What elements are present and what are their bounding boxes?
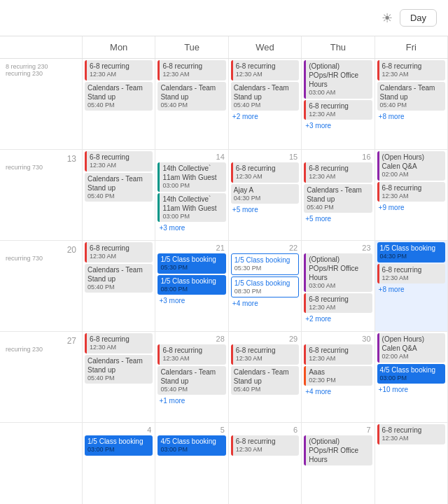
more-link[interactable]: +4 more [304, 387, 372, 396]
day-header-mon: Mon [83, 36, 155, 58]
event[interactable]: 4/5 Class booking03:00 PM [158, 435, 225, 456]
event[interactable]: Calendars - Team Stand up05:40 PM [158, 366, 225, 396]
more-link[interactable]: +8 more [377, 112, 445, 121]
day-header-tue: Tue [155, 36, 228, 58]
week-row: 27recurring 2306-8 recurring12:30 AMCale… [0, 332, 448, 423]
week-row: 20recurring 7306-8 recurring12:30 AMCale… [0, 241, 448, 332]
event[interactable]: Calendars - Team Stand up05:40 PM [85, 264, 153, 293]
day-cell: 6-8 recurring12:30 AM [375, 423, 448, 504]
week-number: 13recurring 730 [0, 150, 83, 240]
event[interactable]: 6-8 recurring12:30 AM [231, 60, 299, 80]
day-cell: 41/5 Class booking03:00 PM [83, 423, 155, 504]
date-number: 6 [231, 424, 299, 435]
day-cell: 296-8 recurring12:30 AMCalendars - Team … [229, 332, 302, 422]
event[interactable]: Calendars - Team Stand up05:40 PM [231, 82, 299, 111]
event[interactable]: 6-8 recurring12:30 AM [304, 162, 372, 183]
event[interactable]: (Optional) POps/HR Office Hours03:00 AM [304, 253, 372, 292]
event[interactable]: 6-8 recurring12:30 AM [85, 242, 153, 262]
day-cell: (Open Hours) Calen Q&A02:00 AM6-8 recurr… [375, 150, 448, 240]
sun-icon: ☀ [382, 10, 393, 26]
day-cell: 6-8 recurring12:30 AMCalendars - Team St… [375, 59, 448, 149]
event[interactable]: 1/5 Class booking03:00 PM [85, 435, 153, 456]
event[interactable]: Calendars - Team Stand up05:40 PM [377, 82, 445, 111]
event[interactable]: 6-8 recurring12:30 AM [377, 264, 445, 284]
event[interactable]: 6-8 recurring12:30 AM [158, 60, 225, 80]
date-number: 4 [85, 424, 153, 435]
more-link[interactable]: +3 more [158, 223, 225, 232]
day-cell: 306-8 recurring12:30 AMAaas02:30 PM+4 mo… [302, 332, 374, 422]
event[interactable]: 1/5 Class booking05:30 PM [231, 253, 299, 275]
event[interactable]: 6-8 recurring12:30 AM [85, 151, 153, 172]
more-link[interactable]: +9 more [377, 203, 445, 212]
event[interactable]: 1/5 Class booking08:00 PM [158, 275, 225, 295]
day-button[interactable]: Day [400, 9, 437, 27]
more-link[interactable]: +5 more [231, 205, 299, 214]
date-number: 7 [304, 424, 372, 435]
day-cell: 211/5 Class booking05:30 PM1/5 Class boo… [155, 241, 228, 331]
more-link[interactable]: +1 more [158, 396, 225, 405]
day-headers: MonTueWedThuFri [0, 36, 448, 59]
event[interactable]: 6-8 recurring12:30 AM [85, 333, 153, 354]
event[interactable]: 6-8 recurring12:30 AM [377, 182, 445, 202]
more-link[interactable]: +2 more [231, 112, 299, 121]
event[interactable]: 6-8 recurring12:30 AM [377, 424, 445, 444]
event[interactable]: 1/5 Class booking05:30 PM [158, 253, 225, 274]
event[interactable]: 6-8 recurring12:30 AM [377, 60, 445, 80]
more-link[interactable]: +2 more [304, 314, 372, 323]
day-cell: 221/5 Class booking05:30 PM1/5 Class boo… [229, 241, 302, 331]
event[interactable]: (Open Hours) Calen Q&A02:00 AM [377, 151, 445, 181]
day-header-wed: Wed [229, 36, 302, 58]
top-bar: ☀ Day [0, 0, 448, 36]
event[interactable]: (Optional) POps/HR Office Hours03:00 AM [304, 60, 372, 99]
event[interactable]: 6-8 recurring12:30 AM [231, 344, 299, 365]
event[interactable]: Calendars - Team Stand up05:40 PM [85, 82, 153, 111]
day-cell: 286-8 recurring12:30 AMCalendars - Team … [155, 332, 228, 422]
date-number: 28 [158, 333, 225, 344]
week-row: 8 recurring 230recurring 2306-8 recurrin… [0, 59, 448, 150]
event[interactable]: Calendars - Team Stand up05:40 PM [304, 184, 372, 214]
event[interactable]: 6-8 recurring12:30 AM [304, 293, 372, 314]
date-number: 21 [158, 242, 225, 253]
week-number: 20recurring 730 [0, 241, 83, 331]
day-cell: 156-8 recurring12:30 AMAjay A04:30 PM+5 … [229, 150, 302, 240]
event[interactable]: (Optional) POps/HR Office Hours [304, 435, 372, 465]
day-cell: (Optional) POps/HR Office Hours03:00 AM6… [302, 59, 374, 149]
more-link[interactable]: +10 more [377, 385, 445, 394]
more-link[interactable]: +8 more [377, 285, 445, 294]
event[interactable]: Calendars - Team Stand up05:40 PM [231, 366, 299, 396]
day-cell: (Open Hours) Calen Q&A02:00 AM4/5 Class … [375, 332, 448, 422]
event[interactable]: Calendars - Team Stand up05:40 PM [158, 82, 225, 111]
more-link[interactable]: +3 more [304, 121, 372, 130]
date-number: 30 [304, 333, 372, 344]
day-cell: 6-8 recurring12:30 AMCalendars - Team St… [229, 59, 302, 149]
day-cell: 6-8 recurring12:30 AMCalendars - Team St… [155, 59, 228, 149]
day-cell: 23(Optional) POps/HR Office Hours03:00 A… [302, 241, 374, 331]
more-link[interactable]: +5 more [304, 214, 372, 223]
day-cell: 6-8 recurring12:30 AMCalendars - Team St… [83, 150, 155, 240]
date-number: 23 [304, 242, 372, 253]
event[interactable]: 1/5 Class booking08:30 PM [231, 276, 299, 298]
event[interactable]: 6-8 recurring12:30 AM [158, 344, 225, 365]
event[interactable]: (Open Hours) Calen Q&A02:00 AM [377, 333, 445, 363]
event[interactable]: 6-8 recurring12:30 AM [231, 435, 299, 456]
event[interactable]: 6-8 recurring12:30 AM [304, 344, 372, 365]
event[interactable]: Aaas02:30 PM [304, 366, 372, 386]
event[interactable]: Calendars - Team Stand up05:40 PM [85, 173, 153, 202]
date-number: 14 [158, 151, 225, 162]
week-row: 41/5 Class booking03:00 PM54/5 Class boo… [0, 423, 448, 504]
event[interactable]: 4/5 Class booking03:00 PM [377, 364, 445, 384]
event[interactable]: Ajay A04:30 PM [231, 184, 299, 204]
event[interactable]: 6-8 recurring12:30 AM [304, 100, 372, 120]
event[interactable]: Calendars - Team Stand up05:40 PM [85, 355, 153, 384]
event[interactable]: 14th Collective` 11am With Guest03:00 PM [158, 193, 225, 223]
date-number: 15 [231, 151, 299, 162]
more-link[interactable]: +4 more [231, 299, 299, 308]
day-cell: 7(Optional) POps/HR Office Hours [302, 423, 374, 504]
event[interactable]: 1/5 Class booking04:30 PM [377, 242, 445, 262]
more-link[interactable]: +3 more [158, 296, 225, 305]
date-number: 29 [231, 333, 299, 344]
event[interactable]: 6-8 recurring12:30 AM [231, 162, 299, 183]
event[interactable]: 6-8 recurring12:30 AM [85, 60, 153, 80]
event[interactable]: 14th Collective` 11am With Guest03:00 PM [158, 162, 225, 192]
week-number: 27recurring 230 [0, 332, 83, 422]
